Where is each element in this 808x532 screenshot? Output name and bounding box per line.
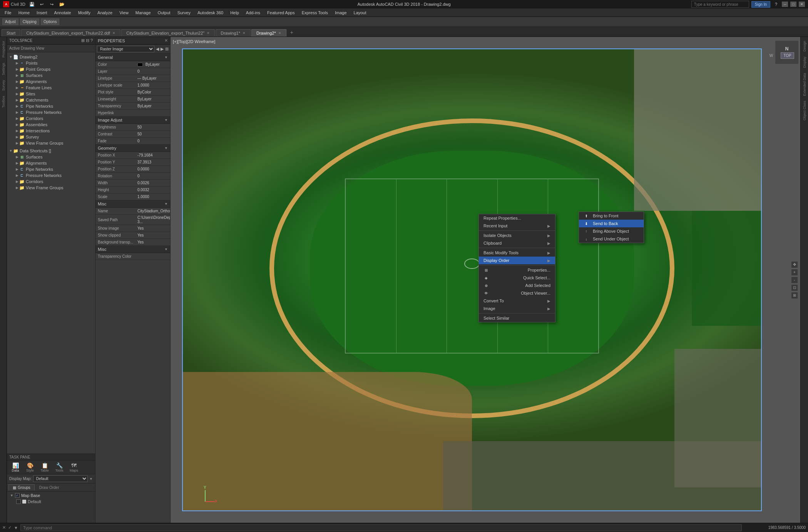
tab-drawing2-close[interactable]: ✕ <box>278 31 281 35</box>
display-tab[interactable]: Display <box>802 54 807 70</box>
signin-button[interactable]: Sign In <box>751 1 770 8</box>
expand-assemblies[interactable]: ▶ <box>15 122 19 127</box>
prop-lineweight[interactable]: Lineweight ByLayer <box>95 96 170 103</box>
command-input[interactable] <box>20 524 742 531</box>
prop-position-y[interactable]: Position Y 37.3913 <box>95 159 170 166</box>
object-class-tab[interactable]: Object Class <box>802 98 807 123</box>
quick-select-icon[interactable]: ⊞ <box>165 47 169 52</box>
cmd-ok-icon[interactable]: ✓ <box>8 525 12 530</box>
stadium-image[interactable] <box>182 48 762 511</box>
prop-plot-style[interactable]: Plot style ByColor <box>95 89 170 96</box>
task-tab-tools[interactable]: 🔧 Tools <box>52 462 66 473</box>
prop-transparency-color[interactable]: Transparency Color <box>95 253 170 260</box>
expand-points[interactable]: ▶ <box>15 61 19 65</box>
prop-show-clipped[interactable]: Show clipped Yes <box>95 232 170 239</box>
tree-view[interactable]: ▼ 📄 Drawing2 ▶ • Points ▶ 📁 Point Groups… <box>7 52 95 454</box>
expand-drawing2[interactable]: ▼ <box>8 55 13 59</box>
settings-tab[interactable]: Settings <box>1 60 6 78</box>
toolspace-icon1[interactable]: ⊞ <box>81 38 85 43</box>
menu-annotate[interactable]: Annotate <box>51 10 74 16</box>
menu-analyze[interactable]: Analyze <box>94 10 115 16</box>
tab-drawing1-close[interactable]: ✕ <box>243 31 246 35</box>
menu-help[interactable]: Help <box>227 10 242 16</box>
quick-redo-icon[interactable]: ↪ <box>49 1 55 8</box>
object-type-select[interactable]: Raster Image <box>97 46 154 52</box>
prop-layer[interactable]: Layer 0 <box>95 68 170 75</box>
adjust-button[interactable]: Adjust <box>2 18 18 25</box>
properties-close-icon[interactable]: ✕ <box>164 38 168 43</box>
menu-file[interactable]: File <box>2 10 15 16</box>
cmd-recent-icon[interactable]: ▼ <box>14 525 18 530</box>
tab-ddf-close[interactable]: ✕ <box>112 31 115 35</box>
map-group-default[interactable]: Default <box>7 499 95 505</box>
quick-undo-icon[interactable]: ↩ <box>38 1 45 8</box>
cmd-cancel-icon[interactable]: ✕ <box>2 525 6 530</box>
search-input[interactable] <box>691 1 749 8</box>
expand-sites[interactable]: ▶ <box>15 92 19 96</box>
prop-linetype[interactable]: Linetype — ByLayer <box>95 75 170 82</box>
tree-item-corridors[interactable]: ▶ 📁 Corridors <box>7 115 95 122</box>
survey-tab[interactable]: Survey <box>1 78 6 93</box>
tree-item-ds-alignments[interactable]: ▶ 📁 Alignments <box>7 160 95 166</box>
menu-manage[interactable]: Manage <box>132 10 154 16</box>
prop-linetype-scale[interactable]: Linetype scale 1.0000 <box>95 82 170 89</box>
tree-item-drawing2[interactable]: ▼ 📄 Drawing2 <box>7 54 95 60</box>
section-misc[interactable]: Misc ▼ <box>95 200 170 208</box>
prop-width[interactable]: Width 0.0026 <box>95 180 170 187</box>
map-group-map-base[interactable]: ▼ Map Base <box>7 492 95 499</box>
section-image-adjust-collapse[interactable]: ▼ <box>164 118 168 122</box>
prop-name[interactable]: Name CityStadium_Orthomosa... <box>95 208 170 215</box>
tree-item-feature-lines[interactable]: ▶ ━ Feature Lines <box>7 85 95 91</box>
vp-tool-zoom-out[interactable]: - <box>791 277 798 284</box>
expand-ds-pressure-networks[interactable]: ▶ <box>15 173 19 178</box>
task-tab-data[interactable]: 📊 Data <box>8 462 22 473</box>
menu-expresstools[interactable]: Express Tools <box>299 10 331 16</box>
ctx-image[interactable]: Image ▶ <box>479 305 555 312</box>
section-geometry-collapse[interactable]: ▼ <box>164 146 168 150</box>
prop-scale[interactable]: Scale 1.0000 <box>95 193 170 200</box>
menu-featured[interactable]: Featured Apps <box>264 10 298 16</box>
expand-ds-view-frame-groups[interactable]: ▶ <box>15 185 19 190</box>
minimize-button[interactable]: ─ <box>782 2 788 7</box>
tree-item-ds-pipe-networks[interactable]: ▶ ⊏ Pipe Networks <box>7 166 95 172</box>
prop-fade[interactable]: Fade 0 <box>95 138 170 145</box>
tree-item-point-groups[interactable]: ▶ 📁 Point Groups <box>7 66 95 72</box>
ctx-select-similar[interactable]: Select Similar <box>479 314 555 322</box>
map-base-checkbox[interactable] <box>15 493 20 498</box>
design-tab[interactable]: Design <box>802 38 807 54</box>
ctx-properties[interactable]: ⊞ Properties... <box>479 266 555 274</box>
ctx-basic-modify-tools[interactable]: Basic Modify Tools ▶ <box>479 249 555 257</box>
tree-item-points[interactable]: ▶ • Points <box>7 60 95 66</box>
tree-item-view-frame-groups[interactable]: ▶ 📁 View Frame Groups <box>7 140 95 146</box>
section-image-adjust[interactable]: Image Adjust ▼ <box>95 117 170 124</box>
expand-point-groups[interactable]: ▶ <box>15 67 19 72</box>
expand-pipe-networks[interactable]: ▶ <box>15 104 19 108</box>
tree-item-survey[interactable]: ▶ 📁 Survey <box>7 134 95 140</box>
task-tab-table[interactable]: 📋 Table <box>38 462 52 473</box>
tree-item-surfaces[interactable]: ▶ ▦ Surfaces <box>7 72 95 78</box>
expand-ds-surfaces[interactable]: ▶ <box>15 155 19 159</box>
tab-export[interactable]: CityStadium_Elevation_export_Thulun22" ✕ <box>121 29 215 37</box>
vp-tool-3d[interactable]: ⊞ <box>791 292 798 299</box>
prop-position-z[interactable]: Position Z 0.0000 <box>95 166 170 173</box>
menu-home[interactable]: Home <box>15 10 33 16</box>
menu-survey[interactable]: Survey <box>174 10 194 16</box>
nav-cube[interactable]: N W TOP E <box>775 41 798 64</box>
section-misc2-collapse[interactable]: ▼ <box>164 247 168 251</box>
expand-feature-lines[interactable]: ▶ <box>15 85 19 90</box>
tab-export-close[interactable]: ✕ <box>207 31 210 35</box>
display-map-dropdown-icon[interactable]: ▼ <box>89 477 93 481</box>
menu-modify[interactable]: Modify <box>75 10 94 16</box>
prop-transparency[interactable]: Transparency ByLayer <box>95 103 170 110</box>
new-tab-button[interactable]: + <box>287 28 296 37</box>
tree-item-ds-view-frame-groups[interactable]: ▶ 📁 View Frame Groups <box>7 185 95 191</box>
tab-drawing1[interactable]: Drawing1* ✕ <box>216 29 251 37</box>
expand-ds-pipe-networks[interactable]: ▶ <box>15 167 19 172</box>
tree-item-catchments[interactable]: ▶ 📁 Catchments <box>7 97 95 103</box>
default-checkbox[interactable] <box>16 499 21 504</box>
expand-intersections[interactable]: ▶ <box>15 128 19 133</box>
menu-image[interactable]: Image <box>332 10 350 16</box>
submenu-bring-above-object[interactable]: ↑ Bring Above Object <box>579 227 644 235</box>
prospector-tab[interactable]: Prospector <box>1 38 6 60</box>
tree-item-sites[interactable]: ▶ 📁 Sites <box>7 91 95 97</box>
